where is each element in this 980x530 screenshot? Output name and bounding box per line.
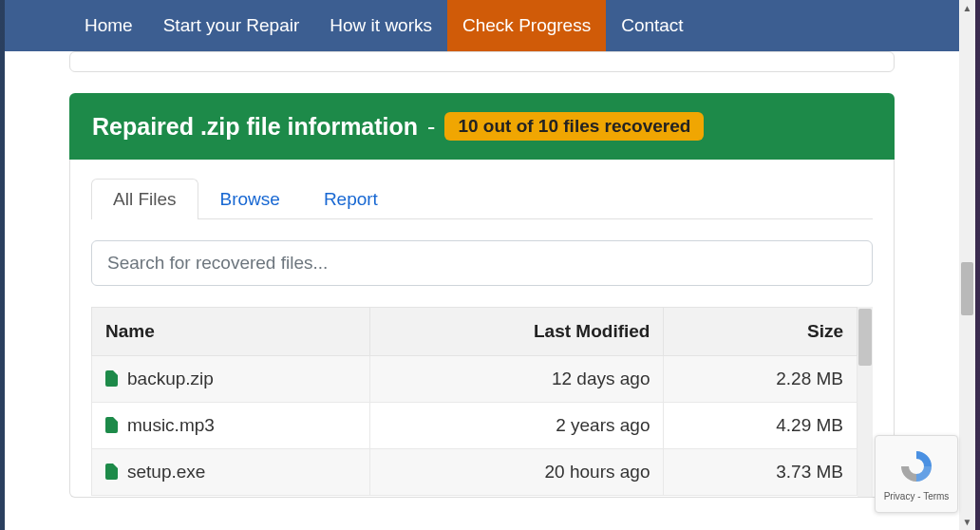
panel-title: Repaired .zip file information — [92, 113, 418, 141]
page-scrollbar[interactable]: ▲ ▼ — [959, 0, 975, 530]
file-size: 2.28 MB — [664, 356, 858, 403]
page-scroll-thumb[interactable] — [961, 262, 973, 315]
recaptcha-links: Privacy - Terms — [884, 491, 950, 502]
panel-header: Repaired .zip file information - 10 out … — [69, 93, 895, 160]
table-row[interactable]: backup.zip 12 days ago 2.28 MB — [92, 356, 858, 403]
recaptcha-privacy[interactable]: Privacy — [884, 491, 915, 502]
recaptcha-icon — [897, 447, 935, 485]
prev-card-bottom — [69, 51, 895, 72]
nav-home[interactable]: Home — [69, 0, 148, 51]
file-modified: 2 years ago — [370, 403, 664, 449]
file-icon — [105, 370, 118, 387]
panel-dash: - — [427, 113, 435, 141]
navbar: Home Start your Repair How it works Chec… — [5, 0, 959, 51]
file-modified: 20 hours ago — [370, 449, 664, 496]
panel-body: All Files Browse Report Name Last Modifi… — [69, 160, 895, 498]
table-scrollbar[interactable] — [858, 307, 873, 497]
file-size: 4.29 MB — [664, 403, 858, 449]
table-row[interactable]: music.mp3 2 years ago 4.29 MB — [92, 403, 858, 449]
file-size: 3.73 MB — [664, 449, 858, 496]
recaptcha-badge[interactable]: Privacy - Terms — [875, 435, 958, 513]
file-modified: 12 days ago — [370, 356, 664, 403]
tab-all-files[interactable]: All Files — [91, 179, 198, 219]
table-row[interactable]: setup.exe 20 hours ago 3.73 MB — [92, 449, 858, 496]
recaptcha-terms[interactable]: Terms — [923, 491, 949, 502]
tab-report[interactable]: Report — [302, 179, 400, 219]
table-scroll-thumb[interactable] — [858, 309, 872, 366]
file-name: backup.zip — [127, 369, 214, 388]
col-modified[interactable]: Last Modified — [370, 308, 664, 356]
col-size[interactable]: Size — [664, 308, 858, 356]
search-input[interactable] — [91, 240, 873, 286]
file-icon — [105, 417, 118, 433]
file-name: setup.exe — [127, 462, 205, 482]
nav-how-it-works[interactable]: How it works — [314, 0, 447, 51]
file-icon — [105, 464, 118, 480]
scroll-down-icon[interactable]: ▼ — [959, 514, 975, 530]
nav-contact[interactable]: Contact — [606, 0, 698, 51]
col-name[interactable]: Name — [92, 308, 370, 356]
file-name: music.mp3 — [127, 415, 215, 435]
scroll-up-icon[interactable]: ▲ — [959, 0, 975, 16]
recovered-badge: 10 out of 10 files recovered — [444, 112, 704, 141]
nav-start-repair[interactable]: Start your Repair — [148, 0, 315, 51]
tab-browse[interactable]: Browse — [198, 179, 302, 219]
tabs: All Files Browse Report — [91, 179, 873, 219]
nav-check-progress[interactable]: Check Progress — [447, 0, 606, 51]
file-table-wrap: Name Last Modified Size backup.zip 12 da… — [91, 307, 873, 497]
file-table: Name Last Modified Size backup.zip 12 da… — [91, 307, 858, 496]
